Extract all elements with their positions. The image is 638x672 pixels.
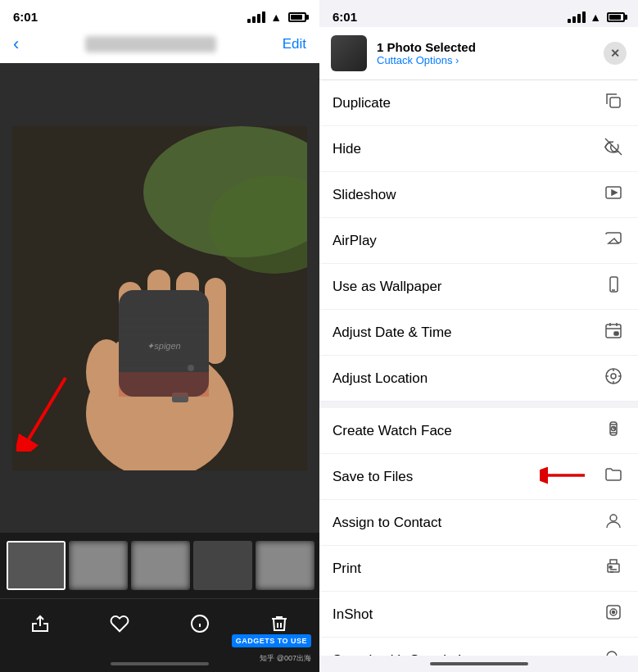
battery-icon-right bbox=[607, 12, 625, 22]
thumb-active[interactable] bbox=[7, 541, 66, 590]
wallpaper-icon bbox=[602, 275, 625, 297]
menu-separator-1 bbox=[319, 402, 638, 408]
signal-icon-right bbox=[568, 11, 586, 23]
menu-item-adjust-date[interactable]: Adjust Date & Time bbox=[319, 310, 638, 356]
edit-button[interactable]: Edit bbox=[283, 36, 306, 52]
adjust-date-icon bbox=[602, 321, 625, 343]
watch-face-icon bbox=[602, 420, 625, 442]
menu-item-watch-face[interactable]: Create Watch Face bbox=[319, 408, 638, 454]
svg-point-44 bbox=[611, 374, 616, 379]
svg-marker-31 bbox=[612, 190, 617, 195]
status-icons-left: ▲ bbox=[247, 11, 306, 24]
thumbnail-strip bbox=[0, 533, 319, 598]
duplicate-icon bbox=[602, 92, 625, 114]
airplay-icon bbox=[602, 229, 625, 252]
svg-point-53 bbox=[610, 515, 617, 521]
save-to-files-icon bbox=[602, 465, 625, 488]
wifi-icon-right: ▲ bbox=[590, 11, 601, 24]
watermark-zhihu: 知乎 @007出海 bbox=[260, 653, 311, 664]
status-time-right: 6:01 bbox=[333, 10, 357, 24]
status-bar-right: 6:01 ▲ bbox=[319, 0, 638, 27]
svg-point-21 bbox=[188, 365, 194, 371]
share-button[interactable] bbox=[22, 606, 58, 642]
menu-list: Duplicate Hide Slideshow bbox=[319, 80, 638, 656]
menu-item-save-to-files[interactable]: Save to Files bbox=[319, 454, 638, 500]
svg-rect-29 bbox=[610, 98, 620, 107]
svg-point-58 bbox=[613, 611, 615, 614]
sheet-close-button[interactable]: ✕ bbox=[604, 42, 627, 65]
menu-item-hide[interactable]: Hide bbox=[319, 126, 638, 172]
back-button[interactable]: ‹ bbox=[13, 34, 19, 55]
left-panel: 6:01 ▲ ‹ Edit bbox=[0, 0, 319, 672]
menu-item-wallpaper[interactable]: Use as Wallpaper bbox=[319, 264, 638, 310]
save-to-files-label: Save to Files bbox=[333, 469, 413, 485]
signal-icon bbox=[247, 11, 265, 23]
thumb-1[interactable] bbox=[69, 541, 128, 590]
menu-item-airplay[interactable]: AirPlay bbox=[319, 218, 638, 264]
sheet-header: 1 Photo Selected Cuttack Options › ✕ bbox=[319, 27, 638, 80]
slideshow-label: Slideshow bbox=[333, 187, 396, 203]
svg-rect-23 bbox=[119, 372, 209, 397]
heart-button[interactable] bbox=[102, 606, 138, 642]
photo-scene: ✦spigen bbox=[0, 63, 319, 533]
photo-main: ✦spigen bbox=[0, 63, 319, 533]
menu-item-assign-contact[interactable]: Assign to Contact bbox=[319, 500, 638, 546]
svg-rect-34 bbox=[606, 325, 621, 338]
thumb-2[interactable] bbox=[131, 541, 190, 590]
svg-rect-55 bbox=[609, 566, 612, 568]
sheet-title: 1 Photo Selected bbox=[377, 40, 594, 54]
slideshow-icon bbox=[602, 184, 625, 206]
airplay-label: AirPlay bbox=[333, 233, 377, 249]
wifi-icon: ▲ bbox=[270, 11, 282, 24]
hide-icon bbox=[602, 138, 625, 160]
menu-item-duplicate[interactable]: Duplicate bbox=[319, 80, 638, 126]
menu-item-google-lens[interactable]: Search with Google Lens bbox=[319, 638, 638, 656]
thumb-3[interactable] bbox=[193, 541, 252, 590]
right-panel: 6:01 ▲ 1 Photo Selected Cuttack Options … bbox=[319, 0, 638, 672]
save-to-files-arrow bbox=[540, 463, 589, 491]
status-time-left: 6:01 bbox=[13, 10, 38, 24]
adjust-location-icon bbox=[602, 367, 625, 389]
print-label: Print bbox=[333, 561, 361, 577]
nav-title-blurred bbox=[85, 36, 216, 52]
menu-item-adjust-location[interactable]: Adjust Location bbox=[319, 356, 638, 402]
watermark-gadgets: GADGETS TO USE bbox=[232, 634, 311, 647]
assign-contact-label: Assign to Contact bbox=[333, 515, 441, 531]
menu-item-inshot[interactable]: InShot bbox=[319, 592, 638, 638]
adjust-location-label: Adjust Location bbox=[333, 370, 428, 387]
info-button[interactable] bbox=[182, 606, 218, 642]
svg-text:✦spigen: ✦spigen bbox=[147, 341, 180, 351]
home-bar-right bbox=[430, 662, 528, 665]
google-lens-icon bbox=[602, 649, 625, 656]
menu-item-slideshow[interactable]: Slideshow bbox=[319, 172, 638, 218]
assign-contact-icon bbox=[602, 511, 625, 534]
duplicate-label: Duplicate bbox=[333, 95, 391, 111]
menu-item-print[interactable]: Print bbox=[319, 546, 638, 592]
battery-icon bbox=[288, 12, 306, 22]
status-icons-right: ▲ bbox=[568, 11, 625, 24]
inshot-icon bbox=[602, 603, 625, 625]
svg-rect-38 bbox=[614, 332, 618, 335]
adjust-date-label: Adjust Date & Time bbox=[333, 325, 452, 341]
wallpaper-label: Use as Wallpaper bbox=[333, 279, 442, 295]
sheet-subtitle[interactable]: Cuttack Options › bbox=[377, 54, 594, 66]
svg-line-25 bbox=[29, 378, 66, 439]
watch-face-label: Create Watch Face bbox=[333, 423, 452, 439]
thumb-4[interactable] bbox=[256, 541, 314, 590]
home-indicator-right bbox=[319, 656, 638, 672]
sheet-thumbnail bbox=[331, 35, 367, 71]
home-bar bbox=[111, 662, 209, 665]
inshot-label: InShot bbox=[333, 606, 373, 623]
hide-label: Hide bbox=[333, 141, 361, 157]
sheet-title-group: 1 Photo Selected Cuttack Options › bbox=[377, 40, 594, 66]
print-icon bbox=[602, 557, 625, 579]
nav-bar: ‹ Edit bbox=[0, 27, 319, 63]
red-arrow-left bbox=[16, 370, 82, 455]
status-bar-left: 6:01 ▲ bbox=[0, 0, 319, 27]
